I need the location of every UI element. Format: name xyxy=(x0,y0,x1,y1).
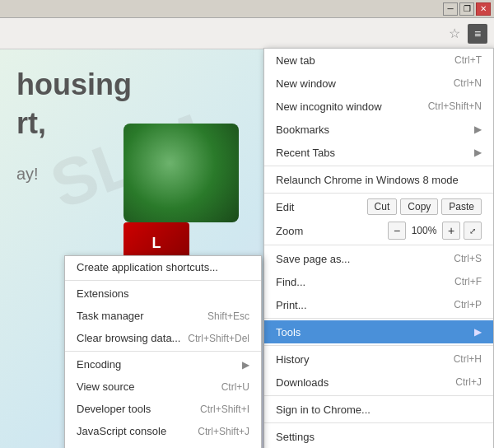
bookmark-star-icon[interactable]: ☆ xyxy=(445,24,464,44)
zoom-row: Zoom − 100% + ⤢ xyxy=(264,218,493,243)
main-menu: New tab Ctrl+T New window Ctrl+N New inc… xyxy=(263,48,494,448)
menu-item-bookmarks[interactable]: Bookmarks ▶ xyxy=(264,118,493,141)
submenu-item-task-manager[interactable]: Task manager Shift+Esc xyxy=(65,305,261,327)
separator-5 xyxy=(264,345,493,346)
tools-submenu: Create application shortcuts... Extensio… xyxy=(64,255,262,448)
separator-7 xyxy=(264,422,493,423)
close-button[interactable]: ✕ xyxy=(476,2,491,16)
menu-item-new-window[interactable]: New window Ctrl+N xyxy=(264,72,493,95)
submenu-separator-1 xyxy=(65,280,261,281)
title-bar: ─ ❐ ✕ xyxy=(0,0,494,18)
zoom-out-button[interactable]: − xyxy=(388,222,406,240)
submenu-item-inspect-devices[interactable]: Inspect devices xyxy=(65,442,261,448)
submenu-item-js-console[interactable]: JavaScript console Ctrl+Shift+J xyxy=(65,420,261,442)
paste-button[interactable]: Paste xyxy=(441,198,482,215)
maximize-button[interactable]: ❐ xyxy=(459,2,474,16)
zoom-controls: − 100% + ⤢ xyxy=(388,222,482,240)
menu-item-settings[interactable]: Settings xyxy=(264,425,493,448)
menu-item-new-tab[interactable]: New tab Ctrl+T xyxy=(264,49,493,72)
submenu-item-clear-browsing[interactable]: Clear browsing data... Ctrl+Shift+Del xyxy=(65,327,261,349)
submenu-item-extensions[interactable]: Extensions xyxy=(65,282,261,305)
menu-item-save-page[interactable]: Save page as... Ctrl+S xyxy=(264,247,493,270)
menu-item-sign-in[interactable]: Sign in to Chrome... xyxy=(264,398,493,421)
menu-item-recent-tabs[interactable]: Recent Tabs ▶ xyxy=(264,141,493,164)
menu-item-downloads[interactable]: Downloads Ctrl+J xyxy=(264,371,493,394)
globe-image xyxy=(124,124,239,222)
edit-row: Edit Cut Copy Paste xyxy=(264,195,493,218)
chrome-menu-button[interactable]: ≡ xyxy=(468,24,487,44)
submenu-item-create-shortcuts[interactable]: Create application shortcuts... xyxy=(65,256,261,278)
menu-item-history[interactable]: History Ctrl+H xyxy=(264,348,493,371)
separator-2 xyxy=(264,193,493,194)
separator-6 xyxy=(264,395,493,396)
minimize-button[interactable]: ─ xyxy=(443,2,458,16)
menu-item-relaunch[interactable]: Relaunch Chrome in Windows 8 mode xyxy=(264,168,493,191)
menu-item-find[interactable]: Find... Ctrl+F xyxy=(264,270,493,293)
submenu-item-encoding[interactable]: Encoding ▶ xyxy=(65,353,261,376)
menu-item-new-incognito[interactable]: New incognito window Ctrl+Shift+N xyxy=(264,95,493,118)
zoom-value: 100% xyxy=(409,225,439,236)
submenu-item-developer-tools[interactable]: Developer tools Ctrl+Shift+I xyxy=(65,398,261,420)
submenu-separator-2 xyxy=(65,351,261,352)
separator-1 xyxy=(264,166,493,166)
cut-button[interactable]: Cut xyxy=(367,198,398,215)
toolbar: ☆ ≡ xyxy=(0,18,494,49)
content-text: housing rt, xyxy=(16,66,132,143)
submenu-item-view-source[interactable]: View source Ctrl+U xyxy=(65,376,261,398)
menu-item-print[interactable]: Print... Ctrl+P xyxy=(264,293,493,316)
fullscreen-button[interactable]: ⤢ xyxy=(464,222,482,240)
title-bar-buttons: ─ ❐ ✕ xyxy=(443,2,491,16)
content-sub: ay! xyxy=(16,165,39,184)
separator-4 xyxy=(264,318,493,319)
menu-item-tools[interactable]: Tools ▶ xyxy=(264,320,493,343)
separator-3 xyxy=(264,245,493,245)
copy-button[interactable]: Copy xyxy=(400,198,438,215)
zoom-in-button[interactable]: + xyxy=(442,222,460,240)
